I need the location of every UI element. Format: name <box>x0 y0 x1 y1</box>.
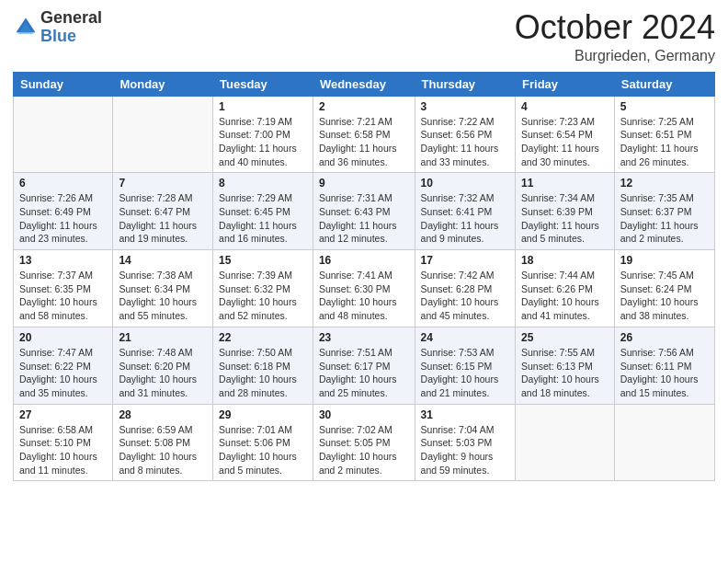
calendar-cell: 31Sunrise: 7:04 AMSunset: 5:03 PMDayligh… <box>415 404 515 481</box>
month-title: October 2024 <box>515 9 715 46</box>
calendar-table: SundayMondayTuesdayWednesdayThursdayFrid… <box>13 72 715 482</box>
calendar-cell: 21Sunrise: 7:48 AMSunset: 6:20 PMDayligh… <box>113 327 213 404</box>
day-info: Sunrise: 7:26 AMSunset: 6:49 PMDaylight:… <box>19 191 107 246</box>
calendar-cell: 9Sunrise: 7:31 AMSunset: 6:43 PMDaylight… <box>313 173 415 250</box>
calendar-cell <box>614 404 714 481</box>
day-number: 20 <box>19 331 107 344</box>
weekday-header-sunday: Sunday <box>14 72 113 96</box>
day-number: 2 <box>319 100 409 113</box>
calendar-week-row-1: 1Sunrise: 7:19 AMSunset: 7:00 PMDaylight… <box>14 96 715 173</box>
day-number: 23 <box>319 331 409 344</box>
calendar-cell: 5Sunrise: 7:25 AMSunset: 6:51 PMDaylight… <box>614 96 714 173</box>
day-number: 28 <box>119 408 207 421</box>
day-number: 12 <box>620 177 709 190</box>
day-number: 19 <box>620 254 709 267</box>
calendar-week-row-5: 27Sunrise: 6:58 AMSunset: 5:10 PMDayligh… <box>14 404 715 481</box>
day-info: Sunrise: 7:28 AMSunset: 6:47 PMDaylight:… <box>119 191 207 246</box>
day-info: Sunrise: 7:31 AMSunset: 6:43 PMDaylight:… <box>319 191 409 246</box>
day-info: Sunrise: 6:59 AMSunset: 5:08 PMDaylight:… <box>119 423 207 477</box>
day-number: 25 <box>521 331 609 344</box>
day-number: 21 <box>119 331 207 344</box>
day-number: 29 <box>219 408 307 421</box>
day-info: Sunrise: 7:02 AMSunset: 5:05 PMDaylight:… <box>319 423 409 477</box>
calendar-cell: 26Sunrise: 7:56 AMSunset: 6:11 PMDayligh… <box>614 327 714 404</box>
calendar-cell: 25Sunrise: 7:55 AMSunset: 6:13 PMDayligh… <box>516 327 615 404</box>
logo-icon <box>13 15 39 40</box>
day-number: 9 <box>319 177 409 190</box>
day-number: 10 <box>421 177 509 190</box>
location-title: Burgrieden, Germany <box>515 48 715 64</box>
calendar-week-row-4: 20Sunrise: 7:47 AMSunset: 6:22 PMDayligh… <box>14 327 715 404</box>
day-info: Sunrise: 7:34 AMSunset: 6:39 PMDaylight:… <box>521 191 609 246</box>
day-info: Sunrise: 7:44 AMSunset: 6:26 PMDaylight:… <box>521 269 609 323</box>
day-info: Sunrise: 7:50 AMSunset: 6:18 PMDaylight:… <box>219 346 307 400</box>
day-info: Sunrise: 7:32 AMSunset: 6:41 PMDaylight:… <box>421 191 509 246</box>
day-info: Sunrise: 7:48 AMSunset: 6:20 PMDaylight:… <box>119 346 207 400</box>
calendar-cell: 23Sunrise: 7:51 AMSunset: 6:17 PMDayligh… <box>313 327 415 404</box>
day-number: 5 <box>620 100 709 113</box>
logo-blue: Blue <box>40 28 102 46</box>
day-info: Sunrise: 6:58 AMSunset: 5:10 PMDaylight:… <box>19 423 107 477</box>
logo: General Blue <box>13 9 102 46</box>
day-info: Sunrise: 7:19 AMSunset: 7:00 PMDaylight:… <box>219 115 307 169</box>
day-info: Sunrise: 7:42 AMSunset: 6:28 PMDaylight:… <box>421 269 509 323</box>
page: General Blue October 2024 Burgrieden, Ge… <box>0 0 728 563</box>
calendar-cell <box>113 96 213 173</box>
calendar-cell: 13Sunrise: 7:37 AMSunset: 6:35 PMDayligh… <box>14 250 113 327</box>
calendar-cell: 19Sunrise: 7:45 AMSunset: 6:24 PMDayligh… <box>614 250 714 327</box>
day-info: Sunrise: 7:47 AMSunset: 6:22 PMDaylight:… <box>19 346 107 400</box>
day-info: Sunrise: 7:45 AMSunset: 6:24 PMDaylight:… <box>620 269 709 323</box>
day-info: Sunrise: 7:01 AMSunset: 5:06 PMDaylight:… <box>219 423 307 477</box>
day-info: Sunrise: 7:37 AMSunset: 6:35 PMDaylight:… <box>19 269 107 323</box>
day-info: Sunrise: 7:04 AMSunset: 5:03 PMDaylight:… <box>421 423 509 477</box>
day-number: 27 <box>19 408 107 421</box>
day-number: 18 <box>521 254 609 267</box>
calendar-cell: 2Sunrise: 7:21 AMSunset: 6:58 PMDaylight… <box>313 96 415 173</box>
weekday-header-saturday: Saturday <box>614 72 714 96</box>
day-number: 4 <box>521 100 609 113</box>
calendar-cell: 8Sunrise: 7:29 AMSunset: 6:45 PMDaylight… <box>213 173 313 250</box>
day-info: Sunrise: 7:38 AMSunset: 6:34 PMDaylight:… <box>119 269 207 323</box>
day-number: 24 <box>421 331 509 344</box>
day-info: Sunrise: 7:23 AMSunset: 6:54 PMDaylight:… <box>521 115 609 169</box>
day-info: Sunrise: 7:25 AMSunset: 6:51 PMDaylight:… <box>620 115 709 169</box>
day-number: 26 <box>620 331 709 344</box>
day-number: 16 <box>319 254 409 267</box>
day-info: Sunrise: 7:56 AMSunset: 6:11 PMDaylight:… <box>620 346 709 400</box>
logo-text: General Blue <box>40 9 102 46</box>
calendar-week-row-2: 6Sunrise: 7:26 AMSunset: 6:49 PMDaylight… <box>14 173 715 250</box>
calendar-cell: 11Sunrise: 7:34 AMSunset: 6:39 PMDayligh… <box>516 173 615 250</box>
calendar-cell: 17Sunrise: 7:42 AMSunset: 6:28 PMDayligh… <box>415 250 515 327</box>
day-number: 14 <box>119 254 207 267</box>
calendar-cell: 12Sunrise: 7:35 AMSunset: 6:37 PMDayligh… <box>614 173 714 250</box>
day-number: 15 <box>219 254 307 267</box>
calendar-cell: 7Sunrise: 7:28 AMSunset: 6:47 PMDaylight… <box>113 173 213 250</box>
calendar-cell: 28Sunrise: 6:59 AMSunset: 5:08 PMDayligh… <box>113 404 213 481</box>
weekday-header-friday: Friday <box>516 72 615 96</box>
calendar-cell: 27Sunrise: 6:58 AMSunset: 5:10 PMDayligh… <box>14 404 113 481</box>
calendar-cell: 24Sunrise: 7:53 AMSunset: 6:15 PMDayligh… <box>415 327 515 404</box>
calendar-cell: 6Sunrise: 7:26 AMSunset: 6:49 PMDaylight… <box>14 173 113 250</box>
calendar-cell: 18Sunrise: 7:44 AMSunset: 6:26 PMDayligh… <box>516 250 615 327</box>
header: General Blue October 2024 Burgrieden, Ge… <box>13 9 715 64</box>
logo-general: General <box>40 9 102 28</box>
day-info: Sunrise: 7:39 AMSunset: 6:32 PMDaylight:… <box>219 269 307 323</box>
calendar-cell: 3Sunrise: 7:22 AMSunset: 6:56 PMDaylight… <box>415 96 515 173</box>
calendar-cell: 22Sunrise: 7:50 AMSunset: 6:18 PMDayligh… <box>213 327 313 404</box>
calendar-cell: 1Sunrise: 7:19 AMSunset: 7:00 PMDaylight… <box>213 96 313 173</box>
day-number: 8 <box>219 177 307 190</box>
weekday-header-monday: Monday <box>113 72 213 96</box>
day-info: Sunrise: 7:21 AMSunset: 6:58 PMDaylight:… <box>319 115 409 169</box>
day-number: 17 <box>421 254 509 267</box>
weekday-header-thursday: Thursday <box>415 72 515 96</box>
calendar-week-row-3: 13Sunrise: 7:37 AMSunset: 6:35 PMDayligh… <box>14 250 715 327</box>
calendar-cell: 16Sunrise: 7:41 AMSunset: 6:30 PMDayligh… <box>313 250 415 327</box>
day-number: 30 <box>319 408 409 421</box>
calendar-cell: 20Sunrise: 7:47 AMSunset: 6:22 PMDayligh… <box>14 327 113 404</box>
calendar-cell: 30Sunrise: 7:02 AMSunset: 5:05 PMDayligh… <box>313 404 415 481</box>
calendar-cell: 14Sunrise: 7:38 AMSunset: 6:34 PMDayligh… <box>113 250 213 327</box>
day-info: Sunrise: 7:53 AMSunset: 6:15 PMDaylight:… <box>421 346 509 400</box>
day-number: 13 <box>19 254 107 267</box>
weekday-header-wednesday: Wednesday <box>313 72 415 96</box>
weekday-header-tuesday: Tuesday <box>213 72 313 96</box>
